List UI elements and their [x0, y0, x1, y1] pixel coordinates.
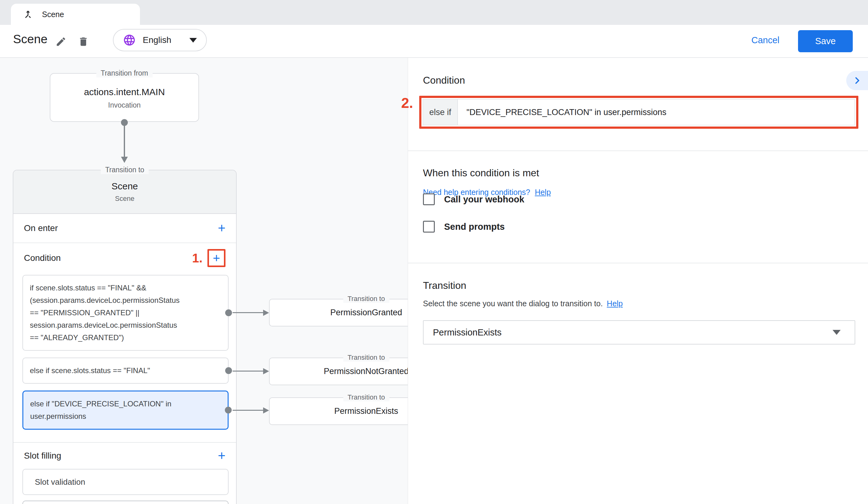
- save-button[interactable]: Save: [798, 30, 853, 52]
- connector-dot: [225, 309, 232, 316]
- language-label: English: [143, 35, 171, 45]
- target-scene-name: PermissionNotGranted: [324, 367, 408, 376]
- on-enter-label: On enter: [24, 223, 58, 233]
- call-webhook-label: Call your webhook: [444, 194, 524, 204]
- chevron-right-icon: [852, 76, 862, 85]
- transition-from-legend: Transition from: [96, 69, 153, 77]
- target-node-permission-granted[interactable]: Transition to PermissionGranted: [269, 299, 408, 326]
- dropdown-arrow-icon: [833, 330, 841, 335]
- slot-filling-row: Slot filling +: [13, 442, 236, 469]
- on-enter-row: On enter +: [13, 214, 236, 243]
- slot-validation-item[interactable]: Slot validation: [22, 469, 229, 495]
- connector-dot: [225, 367, 232, 374]
- tab-scene[interactable]: Scene: [11, 4, 140, 25]
- arrow-down-icon: [121, 157, 128, 163]
- condition-list: if scene.slots.status == "FINAL" && (ses…: [13, 273, 236, 430]
- scene-type: Scene: [115, 195, 134, 203]
- annotation-1: 1.: [192, 251, 203, 265]
- condition-item-1[interactable]: if scene.slots.status == "FINAL" && (ses…: [22, 275, 229, 351]
- condition-input-row: else if "DEVICE_PRECISE_LOCATION" in use…: [423, 99, 855, 125]
- collapse-panel-button[interactable]: [846, 71, 868, 90]
- target-node-permission-not-granted[interactable]: Transition to PermissionNotGranted: [269, 358, 408, 385]
- target-scene-name: PermissionGranted: [330, 308, 402, 317]
- scene-card: Transition to Scene Scene On enter + Con…: [13, 170, 237, 504]
- transition-description-text: Select the scene you want the dialog to …: [423, 299, 603, 308]
- transition-description: Select the scene you want the dialog to …: [423, 299, 623, 308]
- header-bar: Scene English Cancel Save: [0, 25, 868, 58]
- connector-line: [232, 371, 264, 371]
- add-slot-button[interactable]: +: [218, 449, 226, 462]
- add-on-enter-button[interactable]: +: [218, 222, 226, 235]
- transition-to-legend: Transition to: [343, 354, 389, 361]
- language-selector[interactable]: English: [113, 29, 207, 51]
- merge-icon: [23, 9, 33, 20]
- edit-icon[interactable]: [55, 36, 66, 47]
- condition-item-2[interactable]: else if scene.slots.status == "FINAL": [22, 358, 229, 384]
- send-prompts-label: Send prompts: [444, 222, 505, 232]
- tab-strip: Scene: [0, 0, 868, 25]
- intent-type: Invocation: [50, 101, 198, 109]
- transition-to-legend: Transition to: [343, 393, 389, 401]
- target-node-permission-exists[interactable]: Transition to PermissionExists: [269, 397, 408, 425]
- section-divider: [408, 263, 868, 263]
- intent-name: actions.intent.MAIN: [50, 87, 198, 97]
- chevron-down-icon: [189, 38, 197, 43]
- section-divider: [408, 150, 868, 151]
- help-link[interactable]: Help: [535, 188, 551, 197]
- annotation-1-highlight-box: +: [207, 249, 226, 267]
- condition-editor-panel: Condition 2. else if "DEVICE_PRECISE_LOC…: [408, 58, 868, 504]
- connector-line: [232, 312, 264, 313]
- condition-section-row: Condition 1. +: [13, 243, 236, 273]
- call-webhook-checkbox[interactable]: [423, 193, 435, 205]
- connector-line: [124, 123, 125, 157]
- transition-to-legend: Transition to: [343, 295, 389, 303]
- condition-expression-input[interactable]: "DEVICE_PRECISE_LOCATION" in user.permis…: [458, 99, 855, 125]
- annotation-2: 2.: [401, 95, 413, 111]
- transition-heading: Transition: [423, 280, 466, 291]
- connector-dot: [225, 407, 232, 413]
- transition-scene-select[interactable]: PermissionExists: [423, 320, 855, 345]
- tab-label: Scene: [42, 10, 64, 19]
- delete-icon[interactable]: [78, 36, 89, 47]
- transition-scene-value: PermissionExists: [433, 327, 502, 338]
- webhook-checkbox-row: Call your webhook: [423, 193, 524, 205]
- condition-section-label: Condition: [24, 253, 61, 263]
- operator-chip[interactable]: else if: [423, 99, 458, 125]
- page-title: Scene: [13, 32, 48, 46]
- transition-to-legend: Transition to: [101, 166, 149, 174]
- globe-icon: [123, 34, 136, 46]
- condition-item-3-selected[interactable]: else if "DEVICE_PRECISE_LOCATION" in use…: [22, 390, 229, 430]
- scene-name: Scene: [111, 181, 138, 191]
- arrow-right-icon: [263, 310, 269, 316]
- arrow-right-icon: [263, 407, 269, 413]
- transition-from-node[interactable]: Transition from actions.intent.MAIN Invo…: [50, 73, 199, 122]
- when-condition-met-heading: When this condition is met: [423, 167, 539, 179]
- annotation-2-highlight-box: else if "DEVICE_PRECISE_LOCATION" in use…: [419, 96, 858, 129]
- cancel-button[interactable]: Cancel: [751, 35, 779, 45]
- target-scene-name: PermissionExists: [334, 406, 399, 416]
- scene-card-header[interactable]: Scene Scene: [13, 170, 236, 214]
- next-section-partial-box: [22, 501, 229, 504]
- arrow-right-icon: [263, 368, 269, 374]
- slot-filling-label: Slot filling: [24, 451, 61, 461]
- scene-flow-canvas: Transition from actions.intent.MAIN Invo…: [0, 58, 408, 504]
- add-condition-button[interactable]: +: [213, 252, 220, 264]
- condition-heading: Condition: [423, 75, 465, 86]
- prompts-checkbox-row: Send prompts: [423, 221, 505, 233]
- connector-line: [232, 410, 264, 411]
- transition-help-link[interactable]: Help: [607, 299, 623, 308]
- send-prompts-checkbox[interactable]: [423, 221, 435, 233]
